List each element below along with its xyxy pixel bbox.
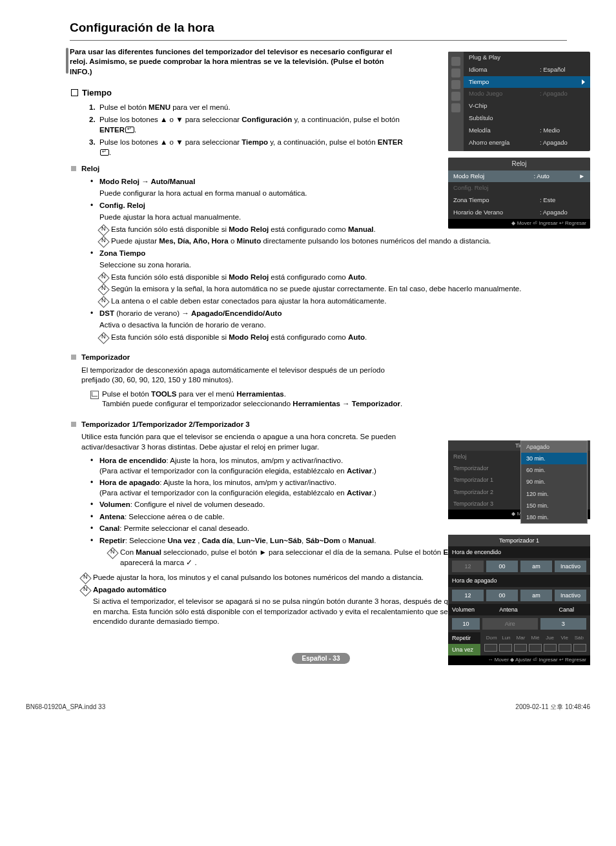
note: NLa antena o el cable deben estar conect… — [99, 296, 567, 307]
text: Activa o desactiva la función de horario… — [99, 320, 567, 331]
osd-sidebar — [448, 52, 464, 151]
triangle-right-icon — [582, 79, 585, 85]
square-icon — [71, 89, 78, 96]
osd-temporizador1: Temporizador 1 Hora de encendido 12 00 a… — [448, 535, 590, 665]
square-filled-icon — [71, 422, 76, 427]
text: El temporizador de desconexión apaga aut… — [81, 366, 404, 386]
page-number-badge: Español - 33 — [292, 653, 350, 665]
enter-icon — [100, 149, 109, 156]
note: NEsta función sólo está disponible si Mo… — [99, 273, 567, 283]
square-filled-icon — [71, 166, 76, 171]
subhead-t123: Temporizador 1/Temporizador 2/Temporizad… — [71, 420, 567, 430]
square-filled-icon — [71, 355, 76, 360]
note: NSegún la emisora y la señal, la hora au… — [99, 284, 567, 294]
enter-icon — [125, 127, 134, 133]
text: Seleccione su zona horaria. — [99, 260, 567, 271]
intro-text: Para usar las diferentes funciones del t… — [70, 47, 399, 77]
page-title: Configuración de la hora — [70, 19, 567, 41]
osd-row-modo-reloj[interactable]: Modo Reloj: Auto► — [448, 170, 590, 183]
print-footer: BN68-01920A_SPA.indd 33 2009-02-11 오후 10… — [23, 703, 593, 712]
text: Utilice esta función para que el televis… — [81, 432, 404, 452]
note: NPuede ajustar Mes, Día, Año, Hora o Min… — [99, 236, 567, 247]
osd-hint: ◆ Mover ⏎ Ingresar ↩ Regresar — [448, 219, 590, 229]
osd-popup-minutes[interactable]: Apagado 30 min. 60 min. 90 min. 120 min.… — [520, 440, 588, 524]
subhead-temporizador: Temporizador — [71, 353, 567, 363]
osd-config-menu: Configuración Plug & Play Idioma: Españo… — [448, 52, 590, 151]
osd-reloj-menu: Reloj Modo Reloj: Auto► Config. Reloj Zo… — [448, 158, 590, 229]
tools-note: Pulse el botón TOOLS para ver el menú He… — [90, 389, 567, 409]
osd-row-tiempo[interactable]: Tiempo — [464, 76, 590, 88]
note: NEsta función sólo está disponible si Mo… — [99, 333, 567, 343]
accent-bar — [66, 48, 68, 74]
osd-hint: ↔ Mover ◆ Ajustar ⏎ Ingresar ↩ Regresar — [448, 655, 590, 665]
